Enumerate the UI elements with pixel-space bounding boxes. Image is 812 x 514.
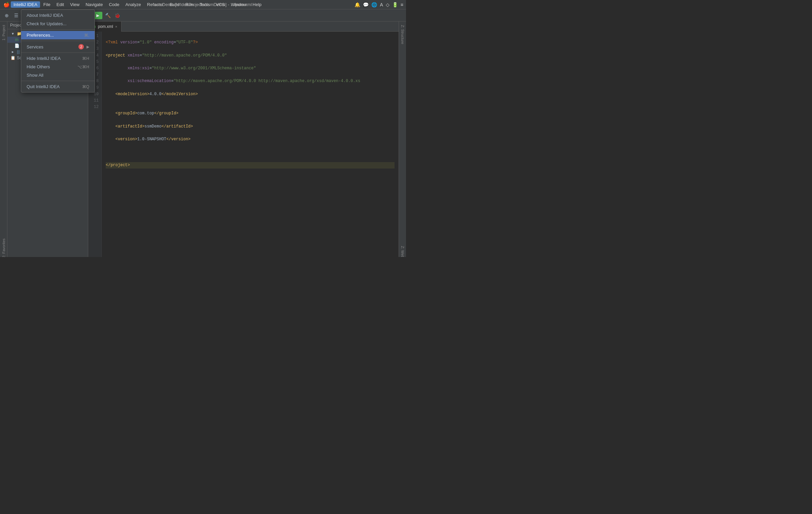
battery-icon: 🔋 [392, 2, 398, 7]
quit-label: Quit IntelliJ IDEA [27, 84, 60, 89]
menu-services[interactable]: Services 2 ▶ [21, 42, 95, 51]
code-line-8: <artifactId>ssmDemo</artifactId> [106, 123, 395, 130]
code-line-2: <project xmlns="http://maven.apache.org/… [106, 53, 395, 59]
menu-icon[interactable]: ≡ [401, 2, 403, 7]
sidebar-tab-web[interactable]: Z: Web [400, 244, 405, 257]
code-line-3: xmlns:xsi="http://www.w3.org/2001/XMLSch… [106, 65, 395, 72]
menu-code[interactable]: Code [106, 1, 122, 8]
menu-sep-1 [21, 29, 95, 30]
preferences-label: Preferences... [27, 33, 54, 38]
code-line-1: <?xml version="1.0" encoding="UTF-8"?> [106, 39, 395, 46]
code-line-12: </project> [106, 162, 395, 169]
hide-intellij-label: Hide IntelliJ IDEA [27, 56, 61, 61]
hide-intellij-shortcut: ⌘H [82, 56, 89, 61]
sidebar-right: Z: Structure Z: Web [399, 22, 406, 257]
menu-file[interactable]: File [41, 1, 53, 8]
about-label: About IntelliJ IDEA [27, 13, 63, 18]
menu-analyze[interactable]: Analyze [123, 1, 144, 8]
intellij-dropdown-menu: About IntelliJ IDEA Check for Updates...… [21, 9, 95, 92]
chat-icon[interactable]: 💬 [363, 2, 369, 7]
menu-edit[interactable]: Edit [54, 1, 67, 8]
services-label: Services [27, 44, 44, 50]
preferences-shortcut: ⌘, [84, 33, 89, 38]
sidebar-tab-favorites[interactable]: 2: Favorites [1, 237, 6, 257]
menu-navigate[interactable]: Navigate [83, 1, 105, 8]
menu-preferences[interactable]: Preferences... ⌘, [21, 31, 95, 39]
check-updates-label: Check for Updates... [27, 21, 67, 26]
code-line-9: <version>1.0-SNAPSHOT</version> [106, 136, 395, 143]
sidebar-tab-structure[interactable]: Z: Structure [400, 23, 405, 46]
mac-menubar: 🍎 IntelliJ IDEA File Edit View Navigate … [0, 0, 406, 9]
web-icon[interactable]: 🌐 [371, 2, 377, 7]
font-icon[interactable]: A [380, 2, 383, 7]
code-editor[interactable]: <?xml version="1.0" encoding="UTF-8"?> <… [102, 32, 399, 257]
editor-area: m pom.xml × 12345 678910 1112 <?xml vers… [88, 22, 399, 257]
hide-others-shortcut: ⌥⌘H [78, 65, 89, 69]
hide-others-label: Hide Others [27, 64, 50, 69]
quit-shortcut: ⌘Q [82, 85, 89, 89]
show-all-label: Show All [27, 73, 44, 78]
debug-btn[interactable]: 🐞 [113, 11, 121, 20]
expand-icon-ext: ▸ [10, 50, 16, 54]
menubar-right-icons: 🔔 💬 🌐 A ◇ 🔋 ≡ [354, 2, 403, 7]
tab-label-pomxml: pom.xml [98, 24, 113, 29]
ext-libs-icon: ||| [17, 50, 20, 54]
menu-about[interactable]: About IntelliJ IDEA [21, 11, 95, 20]
scratches-icon: 📋 [10, 56, 16, 60]
build-btn[interactable]: 🔨 [104, 11, 112, 20]
close-tab-btn[interactable]: × [115, 25, 117, 29]
window-title: ssmDemo [~/IdeaProjects/ssmDemo] - .../p… [154, 2, 252, 7]
menu-hide-intellij[interactable]: Hide IntelliJ IDEA ⌘H [21, 54, 95, 63]
menu-sep-2 [21, 41, 95, 41]
apple-menu[interactable]: 🍎 [3, 1, 10, 8]
editor-content: 12345 678910 1112 <?xml version="1.0" en… [88, 32, 399, 257]
services-arrow: ▶ [87, 45, 89, 49]
sidebar-left: 1: Project 2: Favorites [0, 22, 7, 257]
menu-quit[interactable]: Quit IntelliJ IDEA ⌘Q [21, 83, 95, 91]
menu-view[interactable]: View [67, 1, 82, 8]
code-line-4: xsi:schemaLocation="http://maven.apache.… [106, 78, 395, 85]
menu-sep-4 [21, 81, 95, 81]
menu-sep-3 [21, 53, 95, 53]
menu-intellij[interactable]: IntelliJ IDEA [11, 1, 40, 8]
code-line-5: <modelVersion>4.0.0</modelVersion> [106, 91, 395, 97]
sidebar-tab-project[interactable]: 1: Project [1, 23, 6, 42]
diamond-icon[interactable]: ◇ [386, 2, 389, 7]
expand-icon: ▾ [10, 31, 16, 36]
menu-check-updates[interactable]: Check for Updates... [21, 20, 95, 28]
editor-tabs: m pom.xml × [88, 22, 399, 32]
toolbar-list-btn[interactable]: ☰ [12, 11, 20, 20]
menu-show-all[interactable]: Show All [21, 71, 95, 80]
toolbar-add-btn[interactable]: ⊕ [3, 11, 11, 20]
file-icon-iml: 📄 [14, 43, 20, 48]
menu-hide-others[interactable]: Hide Others ⌥⌘H [21, 63, 95, 71]
services-badge: 2 [79, 44, 84, 50]
file-icon-pom: m [14, 37, 20, 42]
code-line-7: <groupId>com.top</groupId> [106, 110, 395, 117]
notification-icon[interactable]: 🔔 [354, 2, 360, 7]
menu-help[interactable]: Help [250, 1, 264, 8]
